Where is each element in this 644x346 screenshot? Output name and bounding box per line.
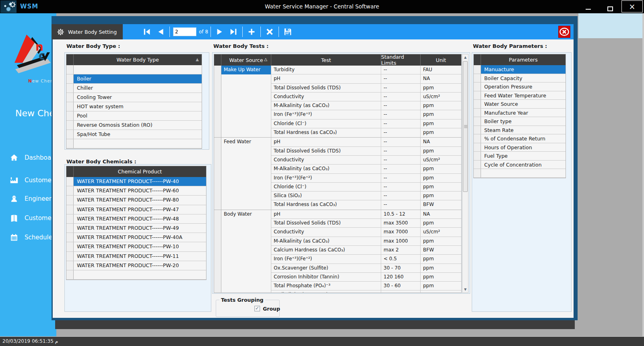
list-row[interactable]: Cycle of Concentration [474,161,566,169]
list-row[interactable]: Boiler type [474,117,566,126]
scroll-down-icon[interactable]: ▼ [462,286,468,292]
row-selector[interactable] [66,233,74,242]
row-selector[interactable] [66,186,74,195]
column-header[interactable]: Chemical Product [74,166,206,177]
row-selector[interactable] [474,91,481,100]
water-source-cell[interactable]: Feed Water [221,138,271,209]
water-source-cell[interactable]: Body Water [221,210,271,293]
list-row[interactable]: WATER TREATMENT PRODUCT------PW-10 [66,242,206,251]
column-header[interactable]: Parameters [481,54,566,65]
list-row[interactable]: Feed Water Temperature [474,91,566,100]
last-record-button[interactable] [228,26,239,38]
row-selector[interactable] [474,134,481,143]
tab-water-body-setting[interactable]: Water Body Setting [52,24,123,39]
scroll-up-icon[interactable]: ▲ [462,54,468,60]
row-selector[interactable] [66,130,74,139]
test-row[interactable]: Total Dissolved Solids (TDS)max 3500ppm [271,219,461,228]
scrollbar-thumb[interactable] [463,61,468,192]
test-row[interactable]: pH--NA [271,138,461,146]
maximize-button[interactable] [607,6,613,11]
grid-header[interactable]: Parameters [474,54,566,65]
list-row[interactable]: WATER TREATMENT PRODUCT------PW-11 [66,252,206,261]
test-row[interactable]: M-Alkalinity (as CaCO₃)max 1000ppm [271,237,461,246]
test-row[interactable]: Iron (Fe⁺³)(Fe⁺²)< 0.5ppm [271,255,461,264]
delete-record-button[interactable] [264,26,275,38]
test-row[interactable]: M-Alkalinity (as CaCO₃)--ppm [271,101,461,110]
test-row[interactable]: Conductivity--uS/cm² [271,156,461,165]
list-row[interactable]: HOT water system [66,102,202,111]
save-button[interactable] [282,26,293,38]
row-selector[interactable] [66,214,74,223]
list-row[interactable]: Manuacture [474,65,566,74]
test-row[interactable]: Chloride (Cl⁻)--ppm [271,183,461,192]
list-row[interactable]: WATER TREATMENT PRODUCT------PW-49 [66,224,206,233]
test-row[interactable]: Silica (SiO₂)--ppm [271,192,461,200]
list-row[interactable]: WATER TREATMENT PRODUCT------PW-40A [66,233,206,242]
row-selector[interactable] [66,84,74,93]
column-header[interactable]: Unit [421,54,461,66]
list-row[interactable] [66,270,206,280]
test-row[interactable]: Calcium Hardness (as CaCO₃)max 2BFW [271,246,461,255]
test-row[interactable]: Chloride (Cl⁻)--ppm [271,119,461,128]
list-row[interactable]: Steam Rate [474,126,566,135]
row-selector[interactable] [474,100,481,108]
column-header[interactable]: Water Source△ [221,54,271,66]
column-header[interactable]: Water Body Type [74,54,202,65]
test-row[interactable]: Turbidity--FAU [271,66,461,74]
row-selector[interactable] [474,82,481,91]
column-header[interactable]: Standard Limits [381,54,421,66]
water-source-cell[interactable]: Make Up Water [221,66,271,137]
list-row[interactable]: Boiler Capacity [474,74,566,83]
list-row[interactable] [66,139,202,148]
list-row[interactable]: WATER TREATMENT PRODUCT------PW-20 [66,261,206,270]
record-number-input[interactable] [173,27,196,36]
list-row[interactable]: % of Condensate Return [474,134,566,143]
row-selector[interactable] [214,66,221,137]
row-selector[interactable] [66,252,74,261]
test-row[interactable]: Ox.Scavenger (Sulfite)30 - 70ppm [271,264,461,273]
row-selector[interactable] [66,139,74,148]
row-selector[interactable] [66,102,74,111]
test-row[interactable]: Total Hardness (as CaCO₃)--BFW [271,200,461,209]
column-header[interactable]: Test [271,54,381,66]
test-row[interactable]: pH10.5 - 12NA [271,210,461,219]
test-row[interactable]: Total Hardness (as CaCO₃)--ppm [271,128,461,137]
list-row[interactable]: Hours of Operation [474,143,566,152]
close-button[interactable]: × [621,0,643,12]
row-selector[interactable] [66,242,74,251]
row-selector[interactable] [66,74,74,83]
list-row[interactable]: Chiller [66,84,202,93]
list-row[interactable]: Manufacture Year [474,109,566,117]
test-row[interactable]: Conductivitymax 7000uS/cm² [271,228,461,237]
test-row[interactable]: Conductivity--uS/cm² [271,93,461,101]
row-selector[interactable] [474,161,481,169]
row-selector[interactable] [66,111,74,120]
add-record-button[interactable] [246,26,257,38]
row-selector[interactable] [474,169,481,177]
list-row[interactable] [474,169,566,178]
row-selector[interactable] [66,93,74,102]
row-selector[interactable] [474,143,481,152]
row-selector[interactable] [474,117,481,126]
row-selector[interactable] [66,224,74,233]
list-row[interactable]: WATER TREATMENT PRODUCT------PW-40 [66,177,206,186]
minimize-button[interactable] [586,9,591,10]
grid-header[interactable]: Water Body Type▲ [66,54,202,65]
list-row[interactable]: Boiler [66,74,202,84]
test-row[interactable]: P-Alkalinity (as CaCO₃)max 700ppm [271,290,461,293]
row-selector[interactable] [66,65,74,74]
list-row[interactable]: Pool [66,111,202,121]
list-row[interactable]: Reverse Osmosis Station (RO) [66,121,202,130]
test-row[interactable]: Total Dissolved Solids (TDS)--ppm [271,84,461,93]
test-row[interactable]: Iron (Fe⁺³)(Fe⁺²)--ppm [271,110,461,119]
next-record-button[interactable] [214,26,225,38]
list-row[interactable]: Spa/Hot Tube [66,130,202,139]
test-row[interactable]: pH--NA [271,74,461,83]
row-selector[interactable] [214,138,221,209]
row-selector[interactable] [66,261,74,270]
row-selector[interactable] [474,126,481,134]
group-checkbox[interactable]: ✓ [254,306,260,311]
dialog-close-button[interactable] [558,26,570,38]
test-row[interactable]: M-Alkalinity (as CaCO₃)--ppm [271,165,461,173]
row-selector[interactable] [66,177,74,186]
